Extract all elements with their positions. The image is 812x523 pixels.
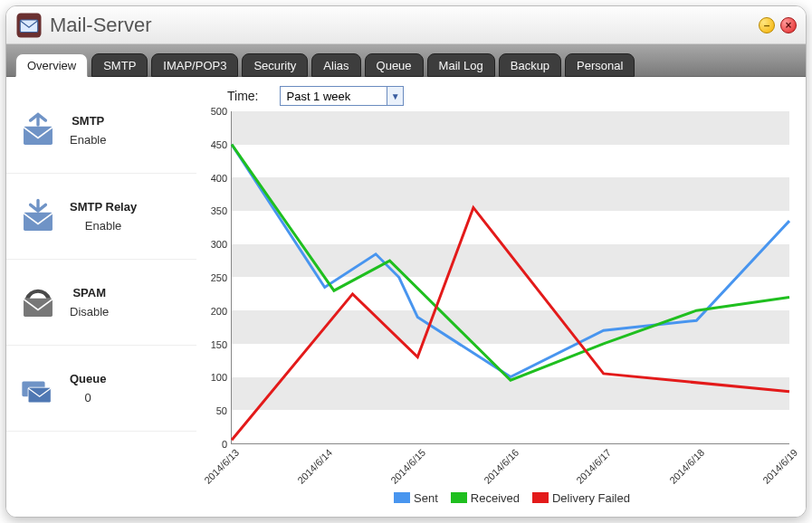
x-tick-label: 2014/6/14 (295, 447, 334, 486)
tab-alias[interactable]: Alias (311, 53, 360, 77)
y-tick-label: 500 (200, 106, 227, 117)
tab-queue[interactable]: Queue (365, 53, 424, 77)
x-tick-label: 2014/6/13 (202, 447, 241, 486)
app-window: Mail-Server – × OverviewSMTPIMAP/POP3Sec… (5, 5, 807, 518)
mail-app-icon (15, 12, 43, 39)
dropdown-icon: ▼ (387, 87, 403, 105)
tabs-bar: OverviewSMTPIMAP/POP3SecurityAliasQueueM… (6, 44, 806, 77)
sidebar-item-smtp[interactable]: SMTPEnable (6, 88, 196, 174)
legend: SentReceivedDelivery Failed (231, 488, 793, 508)
plot-area (231, 111, 789, 444)
legend-label: Delivery Failed (552, 491, 630, 505)
y-tick-label: 350 (200, 205, 227, 216)
x-tick-label: 2014/6/18 (667, 447, 706, 486)
tab-personal[interactable]: Personal (565, 53, 635, 77)
svg-rect-3 (24, 213, 53, 231)
app-title: Mail-Server (50, 14, 753, 37)
y-tick-label: 50 (200, 405, 227, 416)
svg-rect-6 (28, 387, 51, 403)
main-panel: Time: Past 1 week ▼ 05010015020025030035… (196, 77, 806, 517)
y-tick-label: 250 (200, 272, 227, 283)
sidebar-item-smtp-relay[interactable]: SMTP RelayEnable (6, 174, 196, 260)
legend-item-sent: Sent (394, 491, 438, 505)
series-line-received (232, 145, 789, 381)
tab-smtp[interactable]: SMTP (91, 53, 148, 77)
smtp-relay-icon (19, 197, 57, 235)
tab-backup[interactable]: Backup (499, 53, 561, 77)
series-line-delivery-failed (232, 207, 789, 440)
series-line-sent (232, 145, 789, 377)
sidebar-item-label: Queue (70, 372, 106, 385)
time-label: Time: (227, 89, 258, 103)
smtp-out-icon (19, 111, 57, 149)
y-tick-label: 400 (200, 173, 227, 184)
x-tick-label: 2014/6/17 (575, 447, 614, 486)
tab-imap-pop3[interactable]: IMAP/POP3 (151, 53, 238, 77)
y-tick-label: 450 (200, 139, 227, 150)
legend-swatch (532, 492, 549, 503)
time-select-value: Past 1 week (281, 90, 387, 103)
sidebar-item-label: SPAM (72, 286, 106, 300)
x-tick-label: 2014/6/16 (482, 447, 521, 486)
sidebar-item-value: 0 (85, 391, 91, 404)
y-axis: 050100150200250300350400450500 (200, 111, 231, 444)
close-button[interactable]: × (780, 17, 797, 33)
y-tick-label: 0 (200, 439, 227, 450)
chart: 050100150200250300350400450500 2014/6/13… (200, 111, 793, 508)
y-tick-label: 150 (200, 339, 227, 350)
y-tick-label: 200 (200, 306, 227, 317)
time-select[interactable]: Past 1 week ▼ (280, 86, 404, 106)
tab-security[interactable]: Security (242, 53, 308, 77)
legend-label: Received (471, 491, 520, 505)
sidebar-item-queue[interactable]: Queue0 (6, 346, 196, 432)
svg-rect-2 (24, 127, 53, 145)
spam-icon (19, 283, 57, 321)
time-filter-row: Time: Past 1 week ▼ (227, 86, 793, 106)
sidebar-item-spam[interactable]: SPAMDisable (6, 260, 196, 346)
sidebar-item-value: Enable (70, 133, 106, 147)
x-tick-label: 2014/6/15 (388, 447, 427, 486)
legend-item-delivery-failed: Delivery Failed (532, 491, 630, 505)
content-area: SMTPEnableSMTP RelayEnableSPAMDisableQue… (6, 77, 806, 517)
svg-rect-1 (20, 20, 38, 33)
sidebar-item-label: SMTP (72, 114, 104, 128)
svg-rect-4 (24, 299, 53, 317)
y-tick-label: 300 (200, 239, 227, 250)
legend-swatch (451, 492, 467, 503)
sidebar-item-label: SMTP Relay (70, 200, 137, 214)
titlebar: Mail-Server – × (6, 6, 806, 44)
legend-swatch (394, 492, 410, 503)
chart-lines (232, 111, 789, 443)
legend-label: Sent (414, 491, 438, 505)
tab-mail-log[interactable]: Mail Log (427, 53, 495, 77)
queue-icon (19, 369, 57, 407)
y-tick-label: 100 (200, 372, 227, 383)
sidebar: SMTPEnableSMTP RelayEnableSPAMDisableQue… (6, 77, 196, 517)
x-axis: 2014/6/132014/6/142014/6/152014/6/162014… (231, 444, 789, 486)
minimize-button[interactable]: – (759, 17, 775, 33)
sidebar-item-value: Enable (85, 219, 121, 233)
legend-item-received: Received (451, 491, 520, 505)
tab-overview[interactable]: Overview (15, 53, 88, 77)
x-tick-label: 2014/6/19 (760, 447, 799, 486)
sidebar-item-value: Disable (70, 305, 109, 319)
